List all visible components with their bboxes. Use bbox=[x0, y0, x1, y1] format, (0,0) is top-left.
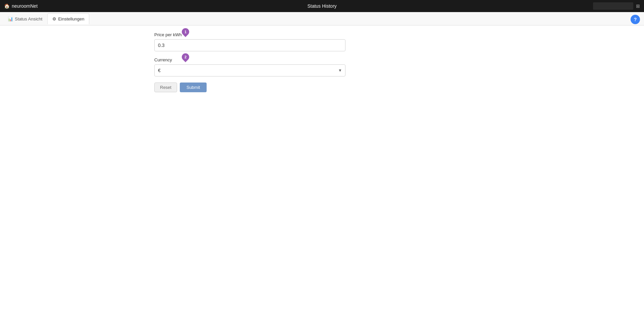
currency-select-wrapper: € $ £ ¥ ▼ bbox=[154, 64, 345, 76]
navbar: 🏠 neuroomNet Status History ⊞ bbox=[0, 0, 644, 12]
help-icon: ? bbox=[634, 17, 637, 22]
currency-group: Currency 2 € $ £ ¥ ▼ bbox=[154, 57, 644, 76]
tab-status-ansicht[interactable]: 📊 Status Ansicht bbox=[3, 13, 47, 24]
annotation-1-label: 1 bbox=[184, 30, 186, 34]
grid-icon: ⊞ bbox=[636, 3, 640, 9]
help-button[interactable]: ? bbox=[631, 15, 640, 24]
navbar-right: ⊞ bbox=[593, 2, 640, 10]
price-group: Price per kWh 1 bbox=[154, 32, 644, 51]
annotation-2-label: 2 bbox=[184, 55, 186, 59]
tab-settings-label: Einstellungen bbox=[58, 16, 84, 21]
tab-einstellungen[interactable]: ⚙ Einstellungen bbox=[47, 13, 89, 24]
tab-status-label: Status Ansicht bbox=[15, 16, 42, 21]
form-buttons: Reset Submit bbox=[154, 83, 644, 92]
brand-name: neuroomNet bbox=[12, 3, 38, 9]
price-input[interactable] bbox=[154, 39, 345, 51]
submit-button[interactable]: Submit bbox=[180, 83, 207, 92]
currency-select[interactable]: € $ £ ¥ bbox=[154, 64, 345, 76]
tabbar: 📊 Status Ansicht ⚙ Einstellungen bbox=[0, 12, 644, 25]
page-title: Status History bbox=[307, 3, 336, 9]
settings-form: Price per kWh 1 Currency 2 € $ £ ¥ ▼ Res… bbox=[154, 32, 644, 92]
chart-icon: 📊 bbox=[8, 16, 13, 21]
reset-button[interactable]: Reset bbox=[154, 83, 177, 92]
price-label: Price per kWh bbox=[154, 32, 644, 37]
gear-icon: ⚙ bbox=[52, 16, 56, 21]
home-icon: 🏠 bbox=[4, 3, 10, 9]
brand: 🏠 neuroomNet bbox=[4, 3, 38, 9]
navbar-dark-box bbox=[593, 2, 633, 10]
currency-label: Currency bbox=[154, 57, 644, 62]
